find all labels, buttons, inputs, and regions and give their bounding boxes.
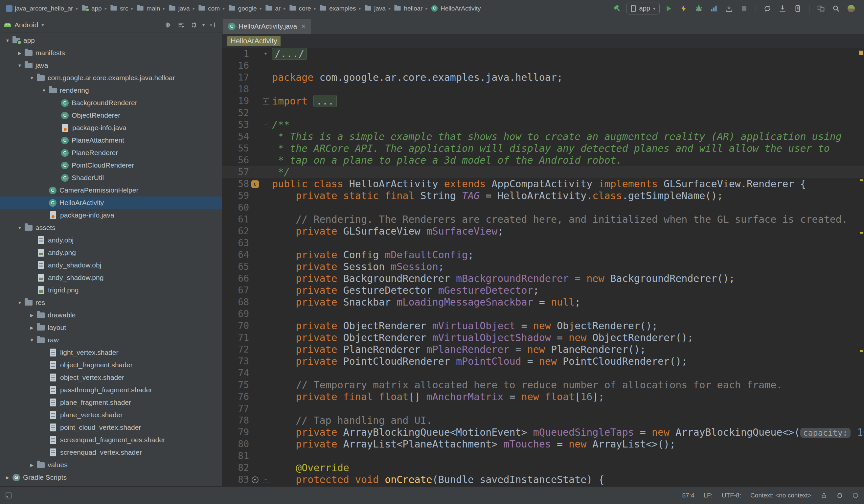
class-marker-icon[interactable]: c xyxy=(251,180,259,188)
inspections-profile-icon[interactable] xyxy=(837,492,843,499)
tree-item[interactable]: andy_shadow.png xyxy=(0,272,222,284)
tree-item[interactable]: passthrough_fragment.shader xyxy=(0,384,222,396)
breadcrumb-item[interactable]: examples xyxy=(318,4,357,13)
class-gutter-icon[interactable]: c xyxy=(249,180,261,188)
tree-item[interactable]: PointCloudRenderer xyxy=(0,159,222,171)
tree-item[interactable]: ▶Gradle Scripts xyxy=(0,471,222,484)
code-line[interactable]: 74 xyxy=(222,367,864,379)
fold-box-icon[interactable]: − xyxy=(263,477,269,483)
breadcrumb-item[interactable]: main xyxy=(135,4,161,13)
assistant-avatar-icon[interactable] xyxy=(845,2,857,15)
code-line[interactable]: 67 private GestureDetector mGestureDetec… xyxy=(222,285,864,296)
search-icon[interactable] xyxy=(830,2,842,15)
fold-minus-icon[interactable]: − xyxy=(261,122,271,128)
tree-item[interactable]: ▶manifests xyxy=(0,47,222,59)
background-tasks-icon[interactable] xyxy=(852,492,859,499)
code-line[interactable]: 58cpublic class HelloArActivity extends … xyxy=(222,178,864,190)
code-line[interactable]: 78 // Tap handling and UI. xyxy=(222,415,864,427)
code-line[interactable]: 75 // Temporary matrix allocated here to… xyxy=(222,379,864,391)
tree-item[interactable]: plane_vertex.shader xyxy=(0,409,222,421)
code-line[interactable]: 69 xyxy=(222,308,864,320)
override-marker-icon[interactable]: ↑ xyxy=(252,477,259,483)
settings-gear-icon[interactable] xyxy=(189,20,199,30)
tab-helloaractivity-java[interactable]: HelloArActivity.java × xyxy=(223,19,311,34)
warning-stripe-mark[interactable] xyxy=(860,179,863,181)
code-line[interactable]: 57 */ xyxy=(222,166,864,178)
avd-manager-icon[interactable] xyxy=(791,2,804,15)
code-line[interactable]: 72 private PlaneRenderer mPlaneRenderer … xyxy=(222,344,864,356)
tree-expanded-arrow-icon[interactable]: ▼ xyxy=(15,300,25,305)
warning-stripe-mark[interactable] xyxy=(860,232,863,233)
code-line[interactable]: 18 xyxy=(222,83,864,95)
tree-expanded-arrow-icon[interactable]: ▼ xyxy=(15,225,25,230)
tree-item[interactable]: trigrid.png xyxy=(0,284,222,296)
tree-item[interactable]: andy.obj xyxy=(0,234,222,247)
tree-expanded-arrow-icon[interactable]: ▼ xyxy=(39,88,49,93)
code-line[interactable]: 70 private ObjectRenderer mVirtualObject… xyxy=(222,320,864,332)
collapse-all-icon[interactable] xyxy=(176,20,186,30)
fold-box-icon[interactable]: + xyxy=(263,51,269,57)
breadcrumb-item[interactable]: helloar xyxy=(392,4,424,13)
tree-item[interactable]: point_cloud_vertex.shader xyxy=(0,421,222,434)
tree-item[interactable]: ▼rendering xyxy=(0,84,222,97)
code-line[interactable]: 73 private PointCloudRenderer mPointClou… xyxy=(222,356,864,367)
code-line[interactable]: 59 private static final String TAG = Hel… xyxy=(222,190,864,202)
breadcrumb-item[interactable]: google xyxy=(227,4,258,13)
inspections-indicator-icon[interactable] xyxy=(859,51,863,55)
tree-expanded-arrow-icon[interactable]: ▼ xyxy=(15,63,25,68)
code-area[interactable]: 1+/.../1617package com.google.ar.core.ex… xyxy=(222,48,864,486)
code-line[interactable]: 64 private Config mDefaultConfig; xyxy=(222,249,864,261)
breadcrumb-item[interactable]: java_arcore_hello_ar xyxy=(4,4,74,13)
sdk-manager-icon[interactable] xyxy=(776,2,789,15)
code-line[interactable]: 63 xyxy=(222,237,864,249)
toolwindow-toggle-icon[interactable] xyxy=(5,492,12,499)
code-line[interactable]: 71 private ObjectRenderer mVirtualObject… xyxy=(222,332,864,344)
code-line[interactable]: 56 * tap on a plane to place a 3d model … xyxy=(222,154,864,166)
tree-item[interactable]: BackgroundRenderer xyxy=(0,97,222,109)
code-line[interactable]: 60 xyxy=(222,202,864,214)
tree-item[interactable]: package-info.java xyxy=(0,209,222,221)
breadcrumb-item[interactable]: core xyxy=(287,4,312,13)
override-gutter-icon[interactable]: ↑ xyxy=(249,477,261,483)
tree-collapsed-arrow-icon[interactable]: ▶ xyxy=(27,325,37,330)
breadcrumb-item[interactable]: java xyxy=(167,4,191,13)
tree-item[interactable]: ▼raw xyxy=(0,334,222,346)
code-line[interactable]: 77 xyxy=(222,403,864,415)
fold-minus-icon[interactable]: − xyxy=(261,477,271,483)
code-line[interactable]: 80 private ArrayList<PlaneAttachment> mT… xyxy=(222,438,864,450)
code-line[interactable]: 61 // Rendering. The Renderers are creat… xyxy=(222,214,864,225)
tree-item[interactable]: ▼java xyxy=(0,59,222,72)
tree-item[interactable]: ▼res xyxy=(0,296,222,309)
tree-item[interactable]: package-info.java xyxy=(0,122,222,134)
tree-expanded-arrow-icon[interactable]: ▼ xyxy=(27,338,37,343)
code-line[interactable]: 76 private final float[] mAnchorMatrix =… xyxy=(222,391,864,403)
code-line[interactable]: 62 private GLSurfaceView mSurfaceView; xyxy=(222,225,864,237)
breadcrumb-item[interactable]: HelloArActivity xyxy=(429,4,482,13)
tree-item[interactable]: screenquad_vertex.shader xyxy=(0,446,222,459)
tree-item[interactable]: andy.png xyxy=(0,247,222,259)
tree-item[interactable]: object_vertex.shader xyxy=(0,371,222,384)
breadcrumb-item[interactable]: ar xyxy=(263,4,282,13)
code-line[interactable]: 54 * This is a simple example that shows… xyxy=(222,131,864,143)
tree-item[interactable]: PlaneAttachment xyxy=(0,134,222,146)
code-line[interactable]: 17package com.google.ar.core.examples.ja… xyxy=(222,72,864,83)
code-line[interactable]: 52 xyxy=(222,107,864,119)
close-tab-icon[interactable]: × xyxy=(301,23,305,30)
build-hammer-icon[interactable] xyxy=(611,2,624,15)
fold-box-icon[interactable]: − xyxy=(263,122,269,128)
code-line[interactable]: 82 @Override xyxy=(222,462,864,474)
code-line[interactable]: 81 xyxy=(222,450,864,462)
warning-stripe-mark[interactable] xyxy=(860,350,863,352)
tree-item[interactable]: screenquad_fragment_oes.shader xyxy=(0,434,222,446)
tree-item[interactable]: CameraPermissionHelper xyxy=(0,184,222,196)
breadcrumb-current-element[interactable]: HelloArActivity xyxy=(227,36,280,46)
fold-box-icon[interactable]: + xyxy=(263,98,269,105)
code-line[interactable]: 65 private Session mSession; xyxy=(222,261,864,273)
attach-debugger-icon[interactable] xyxy=(723,2,735,15)
locate-file-icon[interactable] xyxy=(163,20,173,30)
tree-item[interactable]: ▼assets xyxy=(0,221,222,234)
tree-item[interactable]: ▼com.google.ar.core.examples.java.helloa… xyxy=(0,72,222,84)
code-line[interactable]: 68 private Snackbar mLoadingMessageSnack… xyxy=(222,296,864,308)
file-encoding-indicator[interactable]: UTF-8: xyxy=(722,492,741,499)
code-line[interactable]: 83↑− protected void onCreate(Bundle save… xyxy=(222,474,864,485)
